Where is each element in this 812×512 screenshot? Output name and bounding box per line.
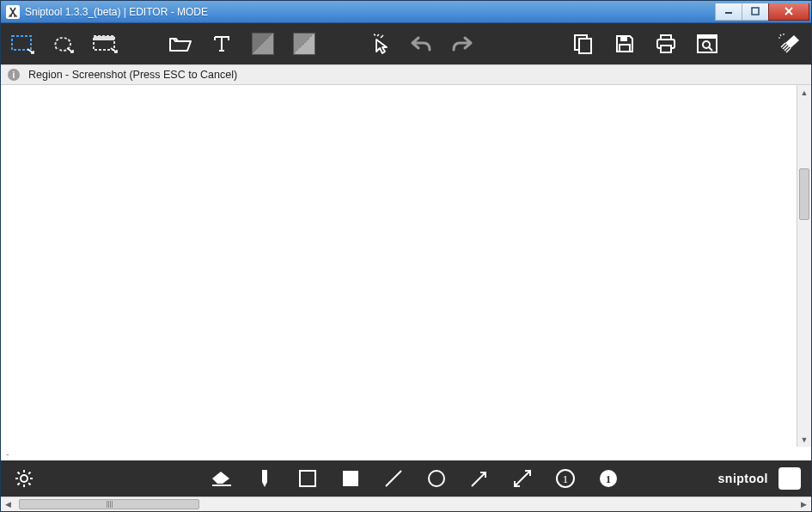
pointer-button[interactable] xyxy=(367,31,393,57)
rectangle-outline-button[interactable] xyxy=(295,466,321,491)
freehand-capture-button[interactable] xyxy=(51,31,76,57)
horizontal-scrollbar[interactable]: ◀ ▶ xyxy=(1,497,811,511)
arrow-button[interactable] xyxy=(467,466,492,491)
svg-point-17 xyxy=(21,475,27,482)
status-left-text: - xyxy=(6,448,9,459)
info-bar: i Region - Screenshot (Press ESC to Canc… xyxy=(1,64,811,85)
app-icon xyxy=(6,5,20,19)
scroll-up-arrow-icon[interactable]: ▲ xyxy=(797,85,811,100)
vscroll-thumb[interactable] xyxy=(799,168,809,220)
svg-rect-20 xyxy=(343,471,358,486)
circle-button[interactable] xyxy=(424,466,449,491)
svg-rect-19 xyxy=(300,471,315,486)
undo-button[interactable] xyxy=(408,31,434,57)
svg-rect-12 xyxy=(657,40,675,48)
region-capture-button[interactable] xyxy=(9,31,35,57)
vertical-scrollbar[interactable]: ▲ ▼ xyxy=(797,85,811,447)
top-toolbar xyxy=(1,23,811,64)
info-icon: i xyxy=(8,69,20,81)
svg-rect-4 xyxy=(12,36,31,50)
number-fill-value: 1 xyxy=(606,472,612,485)
svg-rect-18 xyxy=(262,470,267,482)
svg-point-1 xyxy=(15,15,17,16)
status-line: - xyxy=(1,447,811,460)
scroll-left-arrow-icon[interactable]: ◀ xyxy=(1,497,15,511)
svg-rect-2 xyxy=(725,12,732,14)
svg-point-23 xyxy=(600,470,617,487)
hscroll-track[interactable] xyxy=(15,497,797,511)
window-title: Sniptool 1.3.3_(beta) | EDITOR - MODE xyxy=(25,6,208,18)
svg-rect-3 xyxy=(752,8,759,15)
svg-rect-7 xyxy=(575,35,587,50)
svg-point-0 xyxy=(9,15,12,16)
info-message: Region - Screenshot (Press ESC to Cancel… xyxy=(28,69,237,81)
highlighter-button[interactable] xyxy=(252,466,278,491)
rectangle-fill-button[interactable] xyxy=(338,466,363,491)
preview-search-button[interactable] xyxy=(694,31,720,57)
svg-rect-11 xyxy=(661,35,671,40)
svg-rect-5 xyxy=(94,36,114,50)
clear-button[interactable] xyxy=(777,31,803,57)
app-window: Sniptool 1.3.3_(beta) | EDITOR - MODE xyxy=(0,0,812,512)
window-capture-button[interactable] xyxy=(92,31,118,57)
number-stamp-outline-button[interactable]: 1 xyxy=(553,466,578,491)
double-arrow-button[interactable] xyxy=(510,466,535,491)
svg-rect-14 xyxy=(698,35,717,52)
svg-point-16 xyxy=(703,41,710,48)
redo-button[interactable] xyxy=(449,31,475,57)
brand: sniptool xyxy=(718,467,801,490)
number-outline-value: 1 xyxy=(563,472,569,485)
bottom-toolbar: 1 1 sniptool xyxy=(1,460,811,497)
svg-rect-13 xyxy=(661,46,671,52)
svg-rect-10 xyxy=(620,45,630,52)
fg-color-icon xyxy=(252,33,274,55)
save-button[interactable] xyxy=(612,31,638,57)
maximize-button[interactable] xyxy=(742,3,769,21)
print-button[interactable] xyxy=(653,31,679,57)
bg-color-icon xyxy=(293,33,315,55)
svg-rect-6 xyxy=(94,36,114,40)
line-button[interactable] xyxy=(381,466,406,491)
work-area: ▲ ▼ xyxy=(1,85,811,447)
scroll-down-arrow-icon[interactable]: ▼ xyxy=(797,432,811,447)
foreground-color-swatch[interactable] xyxy=(250,31,276,57)
text-tool-button[interactable] xyxy=(209,31,235,57)
svg-point-21 xyxy=(429,471,444,486)
titlebar[interactable]: Sniptool 1.3.3_(beta) | EDITOR - MODE xyxy=(1,1,811,23)
brand-label: sniptool xyxy=(718,472,768,485)
brand-icon xyxy=(778,467,801,490)
minimize-button[interactable] xyxy=(715,3,742,21)
scroll-right-arrow-icon[interactable]: ▶ xyxy=(797,497,811,511)
svg-point-22 xyxy=(557,470,574,487)
svg-rect-9 xyxy=(620,36,627,41)
settings-button[interactable] xyxy=(11,466,37,491)
svg-rect-15 xyxy=(698,35,717,39)
svg-rect-8 xyxy=(579,39,591,53)
window-controls xyxy=(716,3,809,21)
close-button[interactable] xyxy=(768,3,809,21)
copy-button[interactable] xyxy=(571,31,596,57)
hscroll-thumb[interactable] xyxy=(19,499,199,509)
number-stamp-fill-button[interactable]: 1 xyxy=(595,466,621,491)
open-button[interactable] xyxy=(168,31,193,57)
background-color-swatch[interactable] xyxy=(291,31,317,57)
vscroll-track[interactable] xyxy=(797,100,811,432)
canvas[interactable] xyxy=(1,85,797,447)
eraser-button[interactable] xyxy=(209,466,235,491)
